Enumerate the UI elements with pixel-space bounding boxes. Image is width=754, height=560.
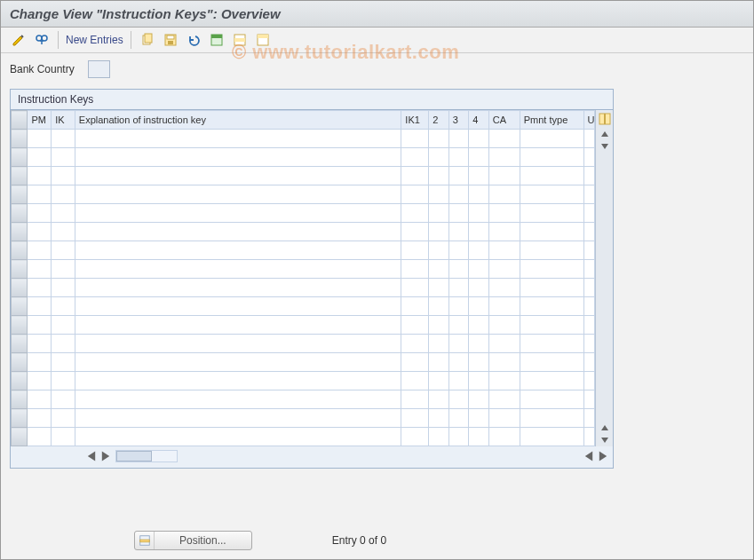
row-selector[interactable] — [12, 353, 28, 372]
cell[interactable] — [28, 372, 52, 390]
cell[interactable] — [52, 204, 75, 223]
cell[interactable] — [52, 279, 75, 297]
scroll-right-end-icon[interactable] — [597, 450, 609, 462]
scroll-down-end-icon[interactable] — [598, 434, 612, 446]
cell[interactable] — [401, 372, 429, 390]
cell[interactable] — [448, 148, 469, 167]
cell[interactable] — [28, 316, 52, 335]
row-selector[interactable] — [12, 185, 28, 204]
col-4[interactable]: 4 — [469, 111, 489, 130]
cell[interactable] — [75, 390, 401, 409]
cell[interactable] — [469, 353, 489, 372]
row-selector[interactable] — [12, 223, 28, 241]
row-selector[interactable] — [12, 316, 28, 335]
cell[interactable] — [469, 148, 489, 167]
row-selector[interactable] — [12, 428, 28, 446]
cell[interactable] — [520, 204, 583, 223]
cell[interactable] — [429, 335, 449, 353]
cell[interactable] — [448, 409, 469, 428]
row-selector[interactable] — [12, 241, 28, 260]
cell[interactable] — [401, 130, 429, 148]
cell[interactable] — [583, 409, 594, 428]
cell[interactable] — [583, 130, 594, 148]
table-row[interactable] — [12, 148, 595, 167]
cell[interactable] — [583, 279, 594, 297]
cell[interactable] — [469, 167, 489, 185]
cell[interactable] — [520, 428, 583, 446]
cell[interactable] — [429, 428, 449, 446]
cell[interactable] — [448, 260, 469, 279]
select-block-icon[interactable] — [231, 31, 249, 49]
cell[interactable] — [469, 428, 489, 446]
cell[interactable] — [488, 335, 520, 353]
cell[interactable] — [429, 390, 449, 409]
cell[interactable] — [583, 390, 594, 409]
cell[interactable] — [469, 185, 489, 204]
cell[interactable] — [488, 185, 520, 204]
scroll-right-icon[interactable] — [99, 450, 112, 462]
row-selector[interactable] — [12, 167, 28, 185]
cell[interactable] — [28, 223, 52, 241]
cell[interactable] — [448, 372, 469, 390]
cell[interactable] — [75, 353, 401, 372]
cell[interactable] — [401, 204, 429, 223]
table-row[interactable] — [12, 223, 595, 241]
cell[interactable] — [488, 167, 520, 185]
cell[interactable] — [75, 409, 401, 428]
table-row[interactable] — [12, 185, 595, 204]
cell[interactable] — [583, 241, 594, 260]
cell[interactable] — [520, 260, 583, 279]
cell[interactable] — [429, 204, 449, 223]
cell[interactable] — [469, 335, 489, 353]
row-header-corner[interactable] — [12, 111, 28, 130]
cell[interactable] — [52, 130, 75, 148]
row-selector[interactable] — [12, 260, 28, 279]
cell[interactable] — [488, 372, 520, 390]
cell[interactable] — [52, 241, 75, 260]
cell[interactable] — [583, 428, 594, 446]
cell[interactable] — [583, 353, 594, 372]
cell[interactable] — [75, 372, 401, 390]
table-row[interactable] — [12, 409, 595, 428]
cell[interactable] — [429, 409, 449, 428]
col-ik1[interactable]: IK1 — [401, 111, 429, 130]
cell[interactable] — [28, 148, 52, 167]
cell[interactable] — [28, 390, 52, 409]
scroll-down-icon[interactable] — [598, 140, 612, 153]
row-selector[interactable] — [12, 335, 28, 353]
cell[interactable] — [448, 223, 469, 241]
cell[interactable] — [448, 204, 469, 223]
col-pm[interactable]: PM — [28, 111, 52, 130]
cell[interactable] — [52, 297, 75, 316]
cell[interactable] — [429, 260, 449, 279]
cell[interactable] — [75, 185, 401, 204]
cell[interactable] — [583, 167, 594, 185]
cell[interactable] — [28, 409, 52, 428]
cell[interactable] — [488, 204, 520, 223]
cell[interactable] — [401, 241, 429, 260]
cell[interactable] — [488, 241, 520, 260]
cell[interactable] — [488, 260, 520, 279]
cell[interactable] — [448, 316, 469, 335]
col-explanation[interactable]: Explanation of instruction key — [75, 111, 401, 130]
configure-columns-icon[interactable] — [598, 112, 612, 126]
cell[interactable] — [488, 148, 520, 167]
display-change-icon[interactable] — [10, 31, 28, 49]
cell[interactable] — [75, 260, 401, 279]
cell[interactable] — [520, 390, 583, 409]
row-selector[interactable] — [12, 297, 28, 316]
cell[interactable] — [520, 167, 583, 185]
cell[interactable] — [401, 409, 429, 428]
cell[interactable] — [401, 353, 429, 372]
scroll-track[interactable] — [115, 450, 178, 462]
undo-icon[interactable] — [185, 31, 202, 49]
col-u[interactable]: U — [583, 111, 594, 130]
cell[interactable] — [469, 372, 489, 390]
copy-icon[interactable] — [139, 31, 156, 49]
cell[interactable] — [448, 167, 469, 185]
bank-country-field[interactable] — [88, 60, 110, 78]
cell[interactable] — [75, 241, 401, 260]
cell[interactable] — [52, 390, 75, 409]
cell[interactable] — [429, 185, 449, 204]
cell[interactable] — [75, 167, 401, 185]
